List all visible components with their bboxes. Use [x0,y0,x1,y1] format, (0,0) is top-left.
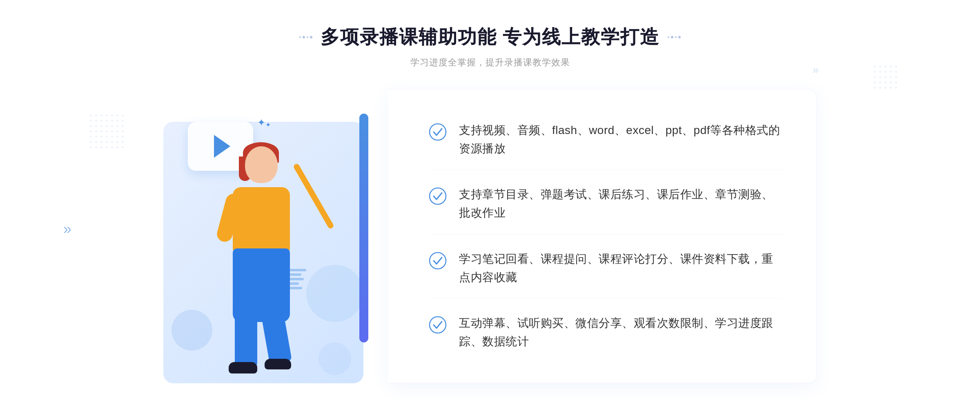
dots-decoration-left [90,114,139,163]
sparkle2-icon: ✦ [265,121,271,129]
blue-bar-decoration [359,114,368,342]
feature-item-2: 支持章节目录、弹题考试、课后练习、课后作业、章节测验、批改作业 [429,174,784,234]
feature-item-4: 互动弹幕、试听购买、微信分享、观看次数限制、学习进度跟踪、数据统计 [429,303,784,362]
character-arm-raised [293,163,334,230]
character-head [245,146,278,183]
character-pants [233,248,290,322]
title-deco-right [668,36,681,38]
page-title: 多项录播课辅助功能 专为线上教学打造 [321,25,660,50]
title-deco-left [299,36,312,38]
feature-item-1: 支持视频、音频、flash、word、excel、ppt、pdf等各种格式的资源… [429,110,784,170]
feature-item-3: 学习笔记回看、课程提问、课程评论打分、课件资料下载，重点内容收藏 [429,239,784,299]
illustration-area: ✦ ✦ [163,89,392,383]
sparkle-icon: ✦ [257,117,265,128]
page-subtitle: 学习进度全掌握，提升录播课教学效果 [299,56,681,69]
character-shoe-left [229,362,257,373]
chevron-left-icon: » [63,221,71,238]
character-shoe-right [265,359,291,369]
character-illustration [204,138,343,375]
svg-point-0 [430,124,446,140]
content-area: ✦ ✦ [163,89,817,383]
feature-text-2: 支持章节目录、弹题考试、课后练习、课后作业、章节测验、批改作业 [459,186,784,222]
feature-text-1: 支持视频、音频、flash、word、excel、ppt、pdf等各种格式的资源… [459,121,784,158]
feature-text-3: 学习笔记回看、课程提问、课程评论打分、课件资料下载，重点内容收藏 [459,250,784,287]
character-body [233,187,290,253]
title-row: 多项录播课辅助功能 专为线上教学打造 [299,25,681,50]
character-leg-right [261,312,292,364]
svg-point-3 [430,317,446,333]
check-icon-3 [429,252,447,270]
features-panel: 支持视频、音频、flash、word、excel、ppt、pdf等各种格式的资源… [388,89,817,383]
chevron-right-icon: » [812,63,819,76]
check-icon-1 [429,123,447,141]
character-leg-left [235,314,257,367]
header-section: 多项录播课辅助功能 专为线上教学打造 学习进度全掌握，提升录播课教学效果 [299,25,681,69]
svg-point-2 [430,253,446,269]
check-icon-4 [429,316,447,334]
check-icon-2 [429,187,447,205]
page-container: » » 多项录播课辅助功能 专为线上教学打造 学习进度全掌握，提升录播课教学效果 [0,0,980,398]
dots-decoration-right [874,65,906,98]
svg-point-1 [430,188,446,204]
feature-text-4: 互动弹幕、试听购买、微信分享、观看次数限制、学习进度跟踪、数据统计 [459,314,784,351]
